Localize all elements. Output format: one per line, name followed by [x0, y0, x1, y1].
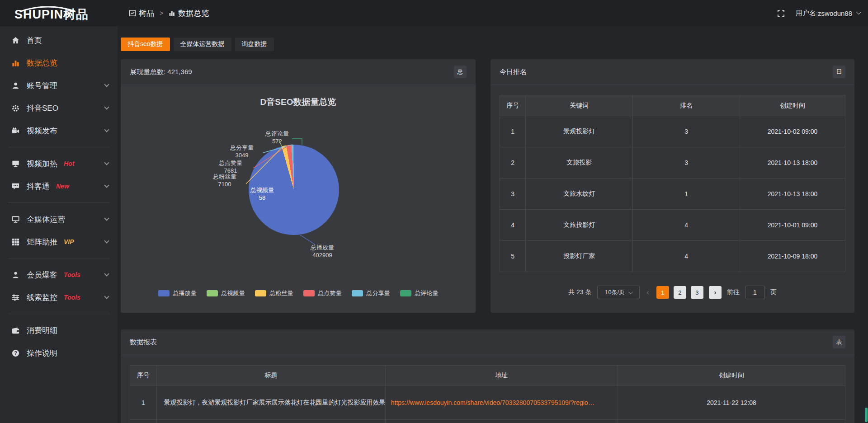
column-header: 创建时间: [740, 95, 845, 116]
sidebar-item[interactable]: 会员爆客Tools: [0, 263, 118, 286]
legend-swatch: [352, 290, 363, 296]
logo: SHUPIN树品: [0, 4, 118, 23]
pie-label-likes: 总点赞量 7681: [206, 159, 255, 174]
pagination-total: 共 23 条: [568, 288, 591, 296]
chevron-down-icon: [628, 290, 633, 294]
video-title: 景观投影灯，夜游景观投影灯厂家展示展示落花灯在花园里的灯光投影应用效果 #: [156, 386, 385, 420]
next-page-button[interactable]: ›: [709, 286, 722, 299]
table-cell: [156, 420, 385, 423]
sidebar-item[interactable]: 账号管理: [0, 74, 118, 97]
chevron-down-icon: [104, 271, 109, 276]
page-button[interactable]: 3: [691, 286, 703, 299]
impressions-value: 421,369: [167, 68, 192, 75]
sidebar-item[interactable]: 矩阵助推VIP: [0, 230, 118, 253]
tab[interactable]: 全媒体运营数据: [174, 38, 231, 51]
report-table: 序号标题地址创建时间 1景观投影灯，夜游景观投影灯厂家展示展示落花灯在花园里的灯…: [130, 365, 845, 423]
legend-swatch: [207, 290, 218, 296]
sidebar-item-label: 视频加热: [27, 159, 57, 169]
legend-item[interactable]: 总视频量: [207, 289, 245, 297]
sidebar-item-label: 操作说明: [27, 348, 57, 358]
scrollbar-thumb[interactable]: [865, 408, 868, 422]
gear-icon: [11, 103, 20, 113]
sidebar-item[interactable]: 抖音SEO: [0, 97, 118, 119]
pie-leader-lines: [121, 85, 476, 313]
legend-item[interactable]: 总点赞量: [303, 289, 342, 297]
table-cell: 景观投影灯: [526, 116, 633, 147]
created-time: 2021-11-22 12:08: [618, 386, 845, 420]
bar-chart-icon: [169, 10, 175, 16]
pie-label-name: 总粉丝量: [200, 173, 250, 180]
sidebar-item[interactable]: 视频发布: [0, 119, 118, 142]
pie-chart: D音SEO数据量总览 总评论量 572 总分享量 3049: [121, 85, 476, 313]
pie-label-name: 总视频量: [237, 186, 287, 194]
tab[interactable]: 询盘数据: [235, 38, 274, 51]
page-jump-input[interactable]: [745, 286, 765, 299]
today-rank-panel-header: 今日排名 日: [491, 59, 854, 85]
legend-label: 总播放量: [173, 289, 197, 297]
legend-label: 总视频量: [222, 289, 245, 297]
sidebar-item[interactable]: 视频加热Hot: [0, 152, 118, 175]
table-cell: 文旅投影灯: [526, 210, 633, 241]
table-row: 4文旅投影灯42021-10-01 09:00: [500, 210, 845, 241]
total-badge-button[interactable]: 总: [454, 66, 467, 78]
legend-item[interactable]: 总分享量: [352, 289, 390, 297]
sidebar-divider: [8, 202, 109, 203]
fullscreen-icon[interactable]: [777, 9, 785, 17]
today-rank-panel: 今日排名 日 序号关键词排名创建时间 1景观投影灯32021-10-02 09:…: [491, 59, 854, 313]
user-icon: [11, 81, 20, 90]
prev-page-button[interactable]: ‹: [645, 288, 651, 296]
legend-swatch: [400, 290, 411, 296]
rank-table: 序号关键词排名创建时间 1景观投影灯32021-10-02 09:002文旅投影…: [500, 95, 845, 272]
legend-item[interactable]: 总评论量: [400, 289, 439, 297]
legend-item[interactable]: 总播放量: [158, 289, 197, 297]
pie-label-comments: 总评论量 572: [252, 130, 302, 145]
table-row: 5投影灯厂家42021-10-09 18:00: [500, 241, 845, 272]
tab[interactable]: 抖音seo数据: [121, 38, 170, 51]
table-cell: 3: [500, 179, 526, 210]
sidebar-item[interactable]: 数据总览: [0, 52, 118, 74]
sidebar-item-label: 账号管理: [27, 80, 57, 91]
table-badge-button[interactable]: 表: [833, 336, 845, 348]
page-button[interactable]: 2: [674, 286, 686, 299]
data-report-panel: 数据报表 表 序号标题地址创建时间 1景观投影灯，夜游景观投影灯厂家展示展示落花…: [121, 329, 854, 423]
breadcrumb-item-home[interactable]: 树品: [139, 8, 154, 19]
breadcrumb-separator: >: [160, 9, 163, 17]
user-menu[interactable]: 用户名: zswodun88: [796, 9, 860, 18]
pie-label-shares: 总分享量 3049: [217, 144, 267, 159]
monitor-icon: [11, 159, 20, 168]
chevron-down-icon: [856, 9, 861, 14]
table-cell: [618, 420, 845, 423]
page-buttons: 123: [656, 286, 703, 299]
page-size-select[interactable]: 10条/页: [597, 286, 640, 299]
impressions-total: 展现量总数: 421,369: [130, 68, 192, 76]
chevron-down-icon: [104, 216, 109, 221]
legend-item[interactable]: 总粉丝量: [255, 289, 293, 297]
sidebar-item-label: 视频发布: [27, 126, 57, 136]
sidebar-item-label: 抖客通: [27, 181, 50, 192]
table-cell: 5: [500, 241, 526, 272]
sidebar-item[interactable]: 全媒体运营: [0, 208, 118, 230]
sidebar-item[interactable]: 消费明细: [0, 319, 118, 342]
question-icon: ?: [11, 348, 20, 357]
video-url-link[interactable]: https://www.iesdouyin.com/share/video/70…: [386, 399, 618, 406]
pie-label-videos: 总视频量 58: [237, 186, 287, 202]
page-button[interactable]: 1: [656, 286, 669, 299]
sidebar-item[interactable]: 线索监控Tools: [0, 286, 118, 309]
table-cell: 2021-10-09 18:00: [740, 241, 845, 272]
sidebar-item[interactable]: 抖客通New: [0, 175, 118, 197]
pie-label-value: 3049: [217, 151, 267, 159]
day-badge-button[interactable]: 日: [833, 66, 845, 78]
sidebar-item[interactable]: 首页: [0, 29, 118, 52]
table-cell: 文旅水纹灯: [526, 179, 633, 210]
wallet-icon: [11, 326, 20, 335]
chevron-down-icon: [104, 183, 109, 188]
main-content: 抖音seo数据全媒体运营数据询盘数据 展现量总数: 421,369 总 D音SE…: [118, 26, 868, 423]
table-row: 1景观投影灯，夜游景观投影灯厂家展示展示落花灯在花园里的灯光投影应用效果 #ht…: [130, 386, 845, 420]
table-cell: 4: [500, 210, 526, 241]
column-header: 创建时间: [618, 366, 845, 386]
sidebar-divider: [8, 147, 109, 147]
column-header: 序号: [500, 95, 526, 116]
table-cell: 3: [633, 116, 740, 147]
sidebar-item[interactable]: ?操作说明: [0, 342, 118, 364]
sidebar-item-badge: Tools: [64, 294, 80, 301]
